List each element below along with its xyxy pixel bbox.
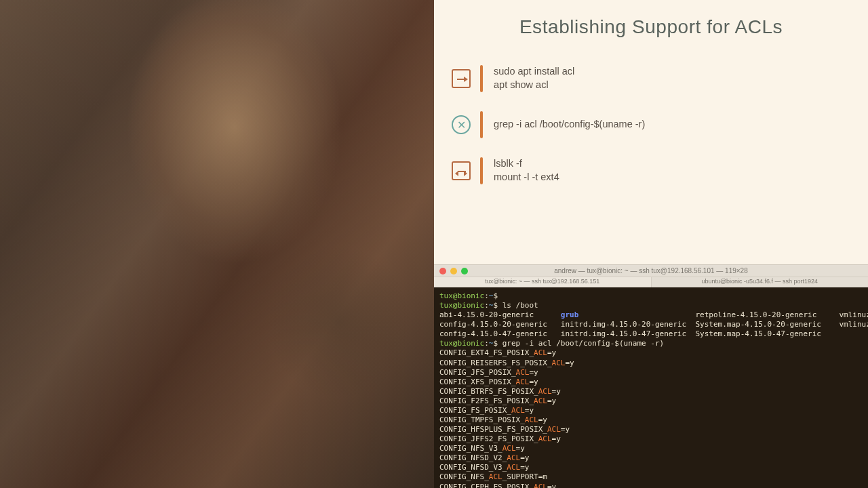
step-2: ✕ grep -i acl /boot/config-$(uname -r): [450, 111, 868, 138]
zoom-icon[interactable]: [461, 268, 468, 274]
step-1: sudo apt install acl apt show acl: [450, 65, 868, 92]
divider-icon: [480, 157, 483, 184]
step-3: lsblk -f mount -l -t ext4: [450, 157, 868, 184]
slide: Establishing Support for ACLs sudo apt i…: [434, 0, 868, 264]
slide-steps: sudo apt install acl apt show acl ✕ grep…: [450, 65, 868, 184]
close-icon[interactable]: [439, 268, 446, 274]
macos-window-chrome: andrew — tux@bionic: ~ — ssh tux@192.168…: [434, 264, 868, 287]
step-3-line-2: mount -l -t ext4: [494, 171, 559, 184]
step-2-text: grep -i acl /boot/config-$(uname -r): [494, 118, 645, 131]
cross-stitch-icon: ✕: [450, 114, 472, 136]
person-photo: [0, 0, 434, 488]
minimize-icon[interactable]: [450, 268, 457, 274]
step-1-line-1: sudo apt install acl: [494, 65, 574, 79]
terminal-tabs: tux@bionic: ~ — ssh tux@192.168.56.151 u…: [434, 277, 868, 287]
divider-icon: [480, 111, 483, 138]
window-title: andrew — tux@bionic: ~ — ssh tux@192.168…: [468, 267, 834, 274]
step-2-line-1: grep -i acl /boot/config-$(uname -r): [494, 118, 645, 131]
tab-1[interactable]: tux@bionic: ~ — ssh tux@192.168.56.151: [434, 277, 652, 287]
traffic-lights: [439, 268, 468, 274]
panel-out-icon: [450, 68, 472, 89]
tab-2[interactable]: ubuntu@bionic -u5u34.f6.f — ssh port1924: [652, 277, 869, 287]
step-1-line-2: apt show acl: [494, 79, 574, 92]
horizontal-arrows-icon: [450, 160, 472, 182]
right-column: Establishing Support for ACLs sudo apt i…: [434, 0, 868, 488]
step-3-text: lsblk -f mount -l -t ext4: [494, 157, 559, 184]
terminal[interactable]: tux@bionic:~$ tux@bionic:~$ ls /boot abi…: [434, 287, 868, 488]
slide-title: Establishing Support for ACLs: [434, 16, 868, 38]
divider-icon: [480, 65, 483, 92]
step-1-text: sudo apt install acl apt show acl: [494, 65, 574, 92]
step-3-line-1: lsblk -f: [494, 157, 559, 171]
